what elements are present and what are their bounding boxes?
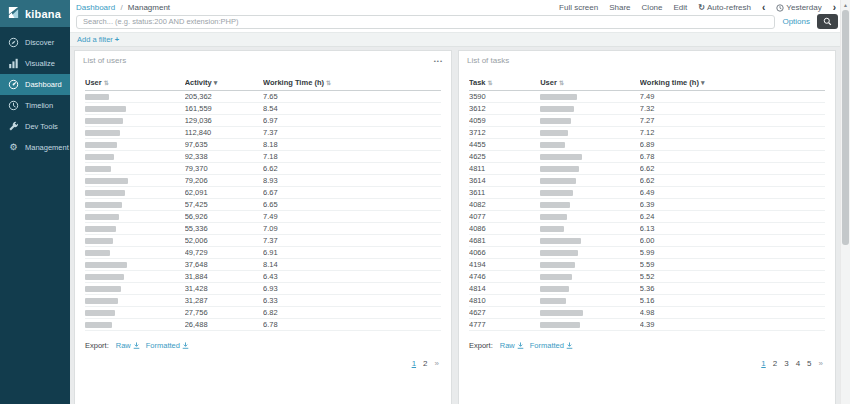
cell-user [85,163,185,175]
cell-user [85,259,185,271]
time-picker-button[interactable]: Yesterday [776,3,821,12]
cell-user [540,199,640,211]
sidebar-item-visualize[interactable]: Visualize [0,53,70,74]
cell-working_time: 7.37 [263,127,441,139]
cell-working_time: 6.78 [640,151,825,163]
cell-user [540,127,640,139]
toolbar-full-screen-button[interactable]: Full screen [559,3,598,12]
main-area: Dashboard / Managment Full screenShareCl… [70,0,850,404]
gauge-icon [8,79,19,90]
page-1-link[interactable]: 1 [761,359,765,368]
sidebar-item-label: Dev Tools [25,122,58,131]
panel-menu-ellipsis-icon[interactable]: ••• [434,58,443,64]
scroll-up-arrow-icon[interactable]: ▲ [841,0,850,10]
export-formatted-link[interactable]: Formatted [146,341,189,350]
panel-header: List of tasks [459,51,835,67]
toolbar-share-button[interactable]: Share [609,3,630,12]
table-row: 57,4256.65 [85,199,441,211]
cell-working_time: 6.67 [263,187,441,199]
table-row: 31,2876.33 [85,295,441,307]
cell-activity: 26,488 [185,319,263,331]
sidebar-item-dashboard[interactable]: Dashboard [0,74,70,95]
cell-task: 4810 [469,295,540,307]
cell-working_time: 6.93 [263,283,441,295]
options-link[interactable]: Options [782,17,810,26]
table-row: 62,0916.67 [85,187,441,199]
page-1-link[interactable]: 1 [412,359,416,368]
time-back-button[interactable]: ‹ [762,3,765,13]
redacted-username [540,262,575,268]
cell-user [85,283,185,295]
redacted-username [540,154,582,160]
column-header-working_time[interactable]: Working time (h)▾ [640,76,825,91]
cell-working_time: 6.82 [263,307,441,319]
column-header-user[interactable]: User⇅ [540,76,640,91]
export-raw-link[interactable]: Raw [116,341,140,350]
table-row: 40866.13 [469,223,825,235]
kibana-logo-icon [7,5,20,23]
redacted-username [540,322,580,328]
sidebar-item-timelion[interactable]: Timelion [0,95,70,116]
wrench-icon [8,121,19,132]
page-5-link[interactable]: 5 [807,359,811,368]
page-4-link[interactable]: 4 [796,359,800,368]
breadcrumb-separator: / [120,3,122,12]
export-raw-link[interactable]: Raw [500,341,524,350]
cell-user [540,211,640,223]
gear-icon: ⚙ [8,142,19,153]
cell-working_time: 6.62 [640,175,825,187]
toolbar-edit-button[interactable]: Edit [673,3,687,12]
page-2-link[interactable]: 2 [423,359,427,368]
time-forward-button[interactable]: › [833,3,836,13]
page-scrollbar[interactable]: ▲ [840,0,850,404]
page-3-link[interactable]: 3 [784,359,788,368]
scrollbar-thumb[interactable] [842,10,849,245]
cell-user [540,115,640,127]
cell-user [85,319,185,331]
cell-user [540,259,640,271]
column-header-task[interactable]: Task⇅ [469,76,540,91]
sidebar-item-discover[interactable]: Discover [0,32,70,53]
panel-header: List of users ••• [75,51,451,67]
column-header-activity[interactable]: Activity▾ [185,76,263,91]
sidebar-item-dev-tools[interactable]: Dev Tools [0,116,70,137]
column-header-working_time[interactable]: Working Time (h)⇅ [263,76,441,91]
page-2-link[interactable]: 2 [773,359,777,368]
sidebar-item-label: Discover [25,38,54,47]
add-filter-link[interactable]: Add a filter+ [77,35,119,44]
column-label: Working time (h) [640,78,699,87]
cell-task: 3612 [469,103,540,115]
redacted-username [540,298,566,304]
bar-chart-icon [8,58,19,69]
kibana-logo[interactable]: kibana [0,0,70,27]
export-formatted-link[interactable]: Formatted [530,341,573,350]
cell-user [540,163,640,175]
cell-user [540,223,640,235]
table-row: 49,7296.91 [85,247,441,259]
cell-task: 4627 [469,307,540,319]
cell-user [540,247,640,259]
toolbar-auto-refresh-button[interactable]: ↻Auto-refresh [698,3,751,12]
export-label: Export: [469,341,493,350]
redacted-username [85,178,128,184]
cell-working_time: 6.24 [640,211,825,223]
sidebar-item-management[interactable]: ⚙Management [0,137,70,158]
page-next-link[interactable]: » [819,359,823,368]
redacted-username [85,274,124,280]
redacted-username [540,286,569,292]
cell-activity: 129,036 [185,115,263,127]
redacted-username [85,202,122,208]
clock-icon [776,4,784,12]
page-next-link[interactable]: » [435,359,439,368]
column-label: User [540,78,557,87]
toolbar-clone-button[interactable]: Clone [642,3,663,12]
cell-user [540,175,640,187]
search-button[interactable] [817,14,838,29]
table-row: 47774.39 [469,319,825,331]
table-row: 48145.36 [469,283,825,295]
search-input[interactable] [76,15,775,29]
cell-working_time: 6.97 [263,115,441,127]
breadcrumb-dashboard-link[interactable]: Dashboard [76,3,115,12]
cell-user [85,175,185,187]
column-header-user[interactable]: User⇅ [85,76,185,91]
